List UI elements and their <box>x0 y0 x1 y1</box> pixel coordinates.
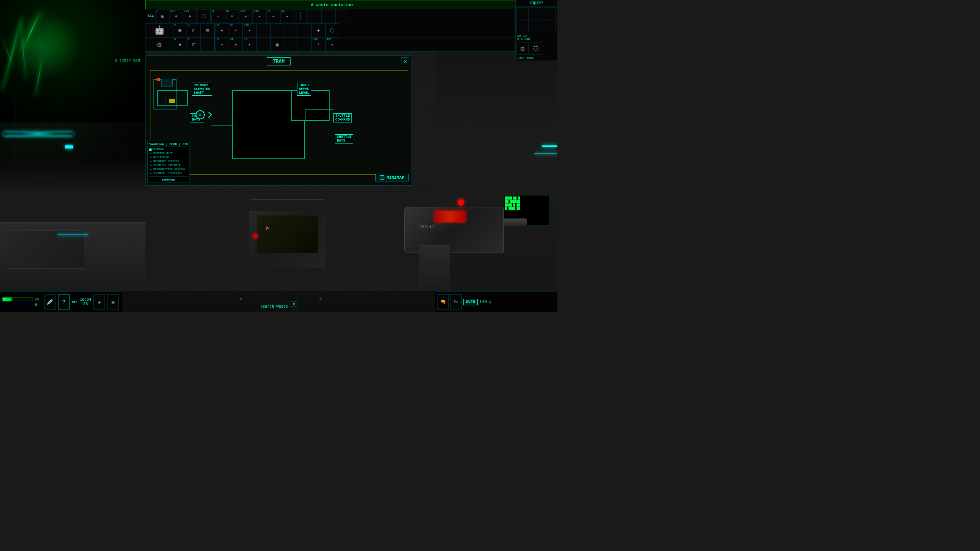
inventory-row-1: 14◈ 3◉ 140◈ 140◈ ⬡ 1— 82≡ 142◈ 100◈ 71◈ … <box>145 9 519 23</box>
map-title-bar: TRAM ✕ <box>146 56 412 67</box>
inv-cell[interactable]: ◈ <box>312 23 325 37</box>
minimap-button[interactable]: MINIMAP <box>376 174 408 181</box>
inv-cell[interactable]: 60◈ <box>229 23 243 37</box>
weapon-slot-2[interactable]: M D <box>450 294 462 310</box>
weapon-slot-1[interactable]: 🔫 <box>437 294 449 310</box>
hud-bottom-right: 🔫 M D OVER 140 ⚡ <box>435 291 557 312</box>
inv-cell[interactable]: ◉ <box>270 37 284 51</box>
legend-item-recharge: ♦ RECHARGE STATION <box>149 160 188 164</box>
inv-cell[interactable] <box>335 9 349 23</box>
armor-cell[interactable]: 🤖 <box>145 23 173 37</box>
inv-cell[interactable]: 11■ <box>215 23 229 37</box>
equip-slot[interactable] <box>544 20 556 32</box>
right-cyan-2 <box>534 153 557 154</box>
over-button[interactable]: OVER <box>463 299 478 305</box>
search-down[interactable]: + <box>291 307 297 312</box>
map-close-button[interactable]: ✕ <box>402 57 409 65</box>
item-slot-2[interactable]: ◉ <box>107 294 119 310</box>
inv-cell[interactable]: 3◉ <box>155 9 169 23</box>
inv-cell[interactable]: | <box>294 9 308 23</box>
map-corridor-1 <box>211 125 232 126</box>
equip-grid-bottom: ⚙ 🛡 <box>516 42 557 55</box>
search-arrows[interactable]: ▲ + <box>291 301 297 312</box>
map-panel: TRAM ✕ PRIMARYELEVATORSHAFT CARGOBAYS IN… <box>145 55 412 186</box>
inventory-row-2: 🤖 2▣ 4◫ ▤ 11■ 60◈ 109◈ ◈ ⬡ <box>145 23 519 37</box>
inv-cell[interactable]: 12— <box>215 37 229 51</box>
inv-cell[interactable]: 109◈ <box>243 23 256 37</box>
inv-cell[interactable]: 2◫ <box>187 37 201 51</box>
right-cyan-1 <box>542 145 557 147</box>
inventory-panel: A waste container 14◈ 3◉ 140◈ 140◈ ⬡ 1— … <box>145 0 519 52</box>
inv-cell[interactable]: ⬡ <box>197 9 211 23</box>
map-arrow <box>206 112 212 118</box>
tooltip-bar: A waste container <box>145 0 519 9</box>
cyan-button[interactable] <box>65 145 73 148</box>
inv-cell[interactable]: 13◈ <box>243 37 256 51</box>
inv-cell[interactable]: 136◈ <box>325 37 339 51</box>
inv-cell[interactable]: 71◈ <box>266 9 280 23</box>
inv-cell[interactable] <box>284 37 298 51</box>
rad-stat: 0.0 RAD <box>517 37 556 41</box>
inv-cell[interactable] <box>308 9 322 23</box>
equip-slot[interactable] <box>530 20 542 32</box>
inv-cell[interactable]: 140◈ <box>183 9 197 23</box>
legend-item-cmd: COMMAND <box>149 147 188 152</box>
legend-item-resurrection: ♦ RESURRECTION STATION <box>149 168 188 172</box>
def-stat: 50 DEF <box>517 34 556 37</box>
equip-slot[interactable] <box>516 7 529 20</box>
equip-slot[interactable] <box>516 20 529 32</box>
equip-slot[interactable]: 🛡 <box>530 42 542 55</box>
equip-panel: EQUIP 50 DEF 0.0 RAD ⚙ 🛡 136⚡ 136◈ <box>515 0 557 60</box>
inv-cell[interactable]: 1— <box>211 9 225 23</box>
inv-cell[interactable]: 31◈ <box>229 37 243 51</box>
armor-cell-2[interactable]: ⚙ <box>145 37 173 51</box>
hud-bottom-left: 29 0 💉 ? MAP 10:34 58 ◈ ◉ <box>0 291 122 312</box>
health-bar <box>2 297 33 301</box>
inv-cell[interactable] <box>256 23 270 37</box>
equip-slot[interactable] <box>530 7 542 20</box>
waste-container[interactable] <box>249 199 325 268</box>
search-up[interactable]: ▲ <box>291 301 297 306</box>
syringe-icon[interactable]: 💉 <box>44 294 56 310</box>
map-icon-circle: ⚙ <box>196 110 205 119</box>
inv-cell[interactable] <box>298 23 312 37</box>
inv-cell[interactable] <box>298 37 312 51</box>
inv-cell[interactable]: ⬡ <box>325 23 339 37</box>
inv-cell[interactable]: 9▲ <box>173 37 187 51</box>
inv-cell[interactable] <box>256 37 270 51</box>
inv-cell[interactable]: 82≡ <box>225 9 239 23</box>
inv-cell[interactable]: 142◈ <box>239 9 253 23</box>
inv-cell[interactable] <box>201 37 214 51</box>
map-content: PRIMARYELEVATORSHAFT CARGOBAYS INSETUPPE… <box>146 67 412 184</box>
time-display: 10:34 58 <box>80 298 91 306</box>
map-label-shuttle-bays[interactable]: SHUTTLEBAYS <box>335 134 353 143</box>
inv-cell[interactable]: 4◫ <box>187 23 201 37</box>
map-button[interactable]: MAP <box>72 300 77 304</box>
map-label-inset: INSETUPPERLEVEL <box>297 83 311 96</box>
item-slot-1[interactable]: ◈ <box>93 294 105 310</box>
inv-cell[interactable] <box>322 9 335 23</box>
weapon-hand: APOLLO <box>374 169 519 291</box>
inv-cell[interactable]: 2▣ <box>173 23 187 37</box>
map-corridor-2 <box>232 109 233 125</box>
map-label-shuttle-command[interactable]: SHUTTLECOMMAND <box>333 113 352 122</box>
inv-cell[interactable] <box>270 23 284 37</box>
equip-slot[interactable] <box>544 7 556 20</box>
minimap-label: MINIMAP <box>387 175 404 180</box>
search-corner-tr: ¬ <box>319 297 322 301</box>
health-fill <box>3 298 11 301</box>
psi-value: 0 <box>34 302 42 307</box>
psi-row: 0 <box>2 302 42 307</box>
minimap-checkbox[interactable] <box>380 175 384 180</box>
inv-cell[interactable]: ▤ <box>201 23 214 37</box>
equip-slot[interactable]: ⚙ <box>516 42 529 55</box>
inv-cell[interactable] <box>284 23 298 37</box>
legend-item-chemical: ♦ CHEMICAL STOREROOM <box>149 171 188 176</box>
help-button[interactable]: ? <box>58 294 70 310</box>
inv-cell[interactable]: 12◈ <box>280 9 294 23</box>
inv-cell[interactable]: 140◈ <box>169 9 183 23</box>
inv-cell[interactable]: 136⚡ <box>312 37 325 51</box>
health-value: 29 <box>34 297 42 302</box>
inv-cell[interactable]: 100◈ <box>253 9 266 23</box>
stat-136-1: 136⚡ 136◈ <box>517 56 556 60</box>
